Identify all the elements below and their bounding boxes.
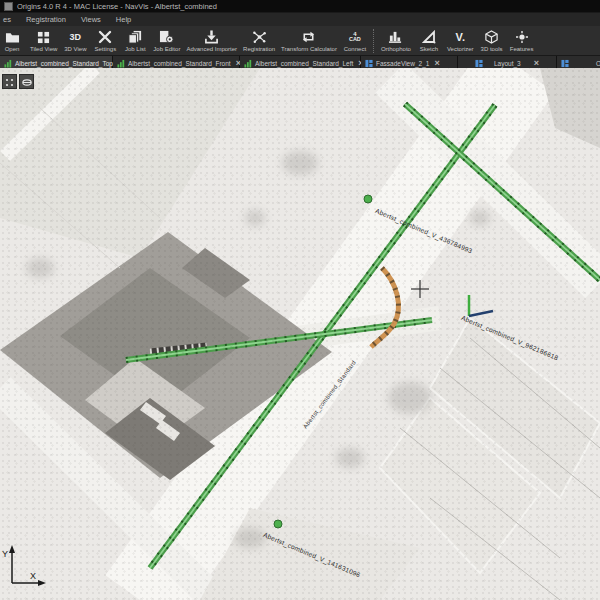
- menu-item-registration[interactable]: Registration: [26, 15, 66, 24]
- features-button[interactable]: Features: [507, 26, 537, 55]
- advanced-importer-button[interactable]: Advanced Importer: [183, 26, 240, 55]
- menu-item-files[interactable]: es: [3, 15, 11, 24]
- connect-button[interactable]: 4CAD Connect: [340, 26, 370, 55]
- menu-item-help[interactable]: Help: [116, 15, 131, 24]
- title-bar: Origins 4.0 R 4 - MAC License - NavVis -…: [0, 0, 600, 12]
- vectorizer-button[interactable]: V. Vectorizer: [444, 26, 477, 55]
- sketch-triangle-icon: [422, 30, 436, 45]
- menu-item-views[interactable]: Views: [81, 15, 101, 24]
- registration-button[interactable]: Registration: [240, 26, 278, 55]
- window-title: Origins 4.0 R 4 - MAC License - NavVis -…: [17, 2, 217, 11]
- job-editor-icon: [159, 30, 174, 45]
- axis-y-label: Y: [2, 549, 8, 559]
- settings-button[interactable]: Settings: [90, 26, 120, 55]
- map-canvas[interactable]: Y X Abertst_combined_V_436784993 Abertst…: [0, 68, 600, 600]
- sketch-button[interactable]: Sketch: [414, 26, 444, 55]
- application-window: Origins 4.0 R 4 - MAC License - NavVis -…: [0, 0, 600, 600]
- 4cad-text-icon: 4CAD: [349, 30, 361, 45]
- 3d-text-icon: 3D: [70, 30, 82, 45]
- orthophoto-bars-icon: [388, 30, 403, 45]
- tab-label: Albertst_combined_Standard_Top: [15, 60, 113, 67]
- tab-label: FassadeView_2_1: [376, 60, 429, 67]
- scan-point-marker[interactable]: [274, 520, 282, 528]
- job-list-button[interactable]: Job List: [120, 26, 150, 55]
- menu-bar: es Registration Views Help: [0, 12, 600, 26]
- orthophoto-button[interactable]: Orthophoto: [378, 26, 414, 55]
- section-view-green-icon: [117, 59, 125, 68]
- transform-cycle-icon: [301, 30, 316, 45]
- toolbar-divider: [373, 29, 375, 53]
- feature-point-icon: [515, 30, 529, 45]
- pointcloud-dots-icon: [5, 73, 14, 91]
- import-arrow-icon: [204, 30, 219, 45]
- main-toolbar: Open Tiled View 3D 3D View Settings Job …: [0, 26, 600, 56]
- tab-label: Albertst_combined_Standard_Left: [255, 60, 353, 67]
- tab-label: Layout_3: [494, 60, 521, 67]
- axis-x-label: X: [30, 571, 36, 581]
- app-icon: [4, 2, 13, 11]
- job-editor-button[interactable]: Job Editor: [150, 26, 183, 55]
- section-view-green-icon: [4, 59, 12, 68]
- pointcloud-toggle-button[interactable]: [2, 74, 17, 89]
- crossed-tools-icon: [98, 30, 112, 45]
- layout-blue-icon: [475, 59, 483, 68]
- layout-blue-icon: [365, 59, 373, 68]
- section-plane-icon: [22, 73, 32, 91]
- tab-label: OG: [596, 60, 600, 67]
- 3d-tools-button[interactable]: 3D tools: [477, 26, 507, 55]
- scan-point-marker[interactable]: [364, 195, 372, 203]
- 3d-view-button[interactable]: 3D 3D View: [60, 26, 90, 55]
- close-icon[interactable]: ×: [434, 59, 439, 68]
- cube-icon: [484, 30, 499, 45]
- tiled-view-icon: [37, 30, 50, 45]
- registration-network-icon: [252, 30, 267, 45]
- close-icon[interactable]: ×: [534, 59, 539, 68]
- tiled-view-button[interactable]: Tiled View: [27, 26, 60, 55]
- canvas-tool-buttons: [2, 74, 34, 89]
- open-folder-icon: [5, 30, 20, 45]
- open-button[interactable]: Open: [0, 26, 27, 55]
- section-plane-button[interactable]: [19, 74, 34, 89]
- vectorizer-text-icon: V.: [456, 30, 465, 45]
- transform-calculator-button[interactable]: Transform Calculator: [278, 26, 340, 55]
- layout-blue-icon: [561, 59, 569, 68]
- job-list-icon: [128, 30, 143, 45]
- section-view-green-icon: [244, 59, 252, 68]
- tab-label: Albertst_combined_Standard_Front: [128, 60, 231, 67]
